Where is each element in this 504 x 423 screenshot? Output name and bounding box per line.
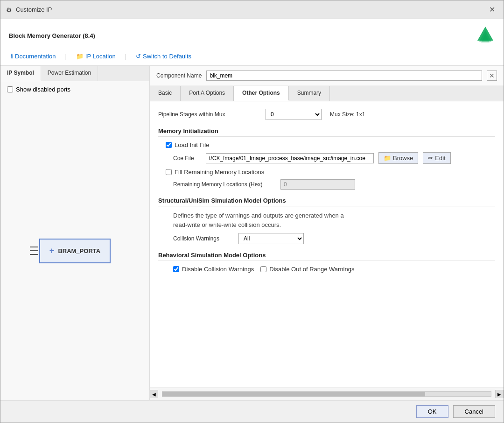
main-window: ⚙ Customize IP ✕ Block Memory Generator … <box>0 0 504 423</box>
cancel-button[interactable]: Cancel <box>453 405 495 418</box>
pipeline-stages-row: Pipeline Stages within Mux 0123 Mux Size… <box>158 109 495 120</box>
pipeline-stages-label: Pipeline Stages within Mux <box>158 111 261 118</box>
header: Block Memory Generator (8.4) ℹ Documenta… <box>0 19 504 66</box>
behavioral-checkboxes-row: Disable Collision Warnings Disable Out o… <box>173 266 495 276</box>
disable-range-row: Disable Out of Range Warnings <box>260 266 354 273</box>
remaining-hex-input[interactable] <box>280 179 355 190</box>
documentation-button[interactable]: ℹ Documentation <box>9 52 57 61</box>
component-name-row: Component Name ✕ <box>150 66 504 86</box>
behavioral-section-title: Behavioral Simulation Model Options <box>158 252 495 261</box>
disable-range-checkbox[interactable] <box>260 266 266 272</box>
main-content: IP Symbol Power Estimation Show disabled… <box>0 66 504 400</box>
app-title: Block Memory Generator (8.4) <box>9 32 95 39</box>
info-icon: ℹ <box>11 53 13 60</box>
pin-line <box>30 250 38 251</box>
browse-button[interactable]: 📁 Browse <box>378 152 418 164</box>
remaining-hex-label: Remaining Memory Locations (Hex) <box>173 181 276 188</box>
left-tab-options: Show disabled ports <box>0 81 149 101</box>
footer: OK Cancel <box>0 400 504 423</box>
fill-remaining-checkbox[interactable] <box>166 169 172 175</box>
disable-range-label[interactable]: Disable Out of Range Warnings <box>269 266 354 273</box>
bram-symbol: + BRAM_PORTA <box>39 239 111 263</box>
structural-desc: Defines the type of warnings and outputs… <box>173 211 495 229</box>
tabs-row: Basic Port A Options Other Options Summa… <box>150 86 504 101</box>
tab-ip-symbol[interactable]: IP Symbol <box>0 66 41 81</box>
tab-content-other-options: Pipeline Stages within Mux 0123 Mux Size… <box>150 101 504 388</box>
pin-line <box>30 247 38 247</box>
ok-button[interactable]: OK <box>416 405 448 418</box>
xilinx-logo <box>476 26 495 45</box>
coe-file-label: Coe File <box>173 155 201 162</box>
refresh-icon: ↺ <box>136 53 141 60</box>
structural-content: Defines the type of warnings and outputs… <box>166 211 495 244</box>
behavioral-content: Disable Collision Warnings Disable Out o… <box>166 266 495 276</box>
scroll-right-arrow[interactable]: ▶ <box>495 390 504 398</box>
bram-expand-icon: + <box>49 246 55 256</box>
disable-collision-checkbox[interactable] <box>173 266 179 272</box>
remaining-hex-row: Remaining Memory Locations (Hex) <box>173 179 495 190</box>
coe-file-row: Coe File 📁 Browse ✏ Edit <box>173 152 495 164</box>
show-disabled-ports-checkbox[interactable] <box>7 86 13 92</box>
fill-remaining-row: Fill Remaining Memory Locations <box>166 169 495 176</box>
bram-left-pins <box>30 247 38 255</box>
collision-warnings-row: Collision Warnings All Generate X Only W… <box>173 233 495 244</box>
edit-icon: ✏ <box>428 155 433 162</box>
load-init-file-checkbox[interactable] <box>166 142 172 148</box>
collision-warnings-label: Collision Warnings <box>173 235 234 242</box>
tab-port-a-options[interactable]: Port A Options <box>181 86 234 101</box>
tab-power-estimation[interactable]: Power Estimation <box>41 66 98 81</box>
ip-location-button[interactable]: 📁 IP Location <box>74 52 118 61</box>
close-button[interactable]: ✕ <box>486 4 498 15</box>
memory-init-section-title: Memory Initialization <box>158 127 495 137</box>
scroll-left-arrow[interactable]: ◀ <box>150 390 158 398</box>
app-icon: ⚙ <box>6 6 12 14</box>
horizontal-scrollbar[interactable]: ◀ ▶ <box>150 388 504 400</box>
tab-other-options[interactable]: Other Options <box>234 86 289 101</box>
right-panel: Component Name ✕ Basic Port A Options Ot… <box>150 66 504 400</box>
coe-file-input[interactable] <box>206 153 374 163</box>
collision-warnings-select[interactable]: All Generate X Only Warning Only Ignore <box>238 233 304 244</box>
switch-defaults-button[interactable]: ↺ Switch to Defaults <box>134 52 193 61</box>
component-name-close-button[interactable]: ✕ <box>487 70 497 81</box>
toolbar: ℹ Documentation | 📁 IP Location | ↺ Swit… <box>9 52 495 61</box>
component-name-label: Component Name <box>156 72 202 79</box>
window-title: Customize IP <box>16 6 52 13</box>
scroll-track[interactable] <box>162 391 491 397</box>
component-name-input[interactable] <box>206 70 482 81</box>
load-init-file-row: Load Init File <box>166 141 495 148</box>
fill-remaining-label[interactable]: Fill Remaining Memory Locations <box>175 169 264 176</box>
title-bar: ⚙ Customize IP ✕ <box>0 0 504 19</box>
browse-icon: 📁 <box>384 155 391 162</box>
load-init-file-label[interactable]: Load Init File <box>175 141 209 148</box>
tab-summary[interactable]: Summary <box>289 86 330 101</box>
folder-icon: 📁 <box>76 53 84 60</box>
pipeline-stages-select[interactable]: 0123 <box>266 109 322 120</box>
bram-label: BRAM_PORTA <box>58 247 100 254</box>
edit-button[interactable]: ✏ Edit <box>423 152 450 164</box>
disable-collision-row: Disable Collision Warnings <box>173 266 254 273</box>
show-disabled-ports-row: Show disabled ports <box>7 86 143 93</box>
disable-collision-label[interactable]: Disable Collision Warnings <box>182 266 254 273</box>
scroll-thumb <box>162 392 425 396</box>
left-panel: IP Symbol Power Estimation Show disabled… <box>0 66 150 400</box>
mux-size-info: Mux Size: 1x1 <box>330 111 365 118</box>
left-tabs: IP Symbol Power Estimation <box>0 66 149 81</box>
memory-init-content: Load Init File Coe File 📁 Browse ✏ Edit <box>166 141 495 190</box>
show-disabled-ports-label[interactable]: Show disabled ports <box>16 86 70 93</box>
symbol-area: + BRAM_PORTA <box>0 101 149 400</box>
tab-basic[interactable]: Basic <box>150 86 181 101</box>
structural-section-title: Structural/UniSim Simulation Model Optio… <box>158 197 495 206</box>
pin-line <box>30 254 38 255</box>
